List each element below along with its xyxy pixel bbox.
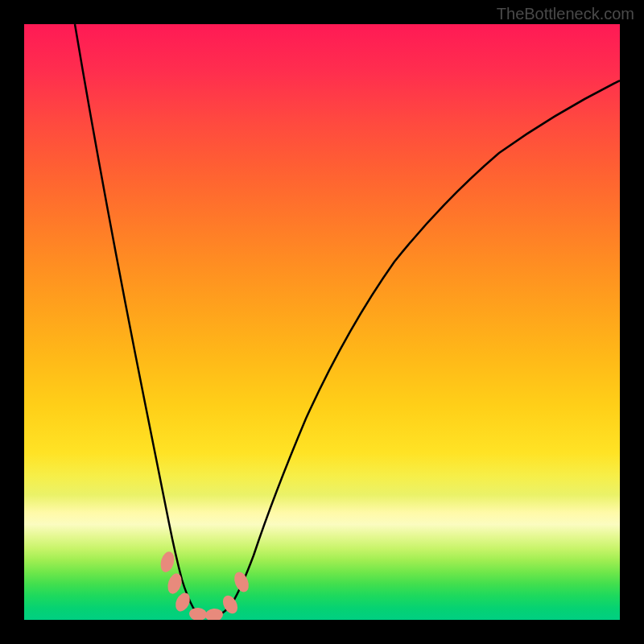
bottleneck-curve xyxy=(75,24,620,616)
curve-bead xyxy=(204,608,223,620)
chart-plot-area xyxy=(24,24,620,620)
curve-bead xyxy=(232,570,252,594)
curve-bead xyxy=(188,607,207,620)
curve-bead xyxy=(159,550,176,573)
chart-svg xyxy=(24,24,620,620)
watermark-text: TheBottleneck.com xyxy=(497,5,634,23)
